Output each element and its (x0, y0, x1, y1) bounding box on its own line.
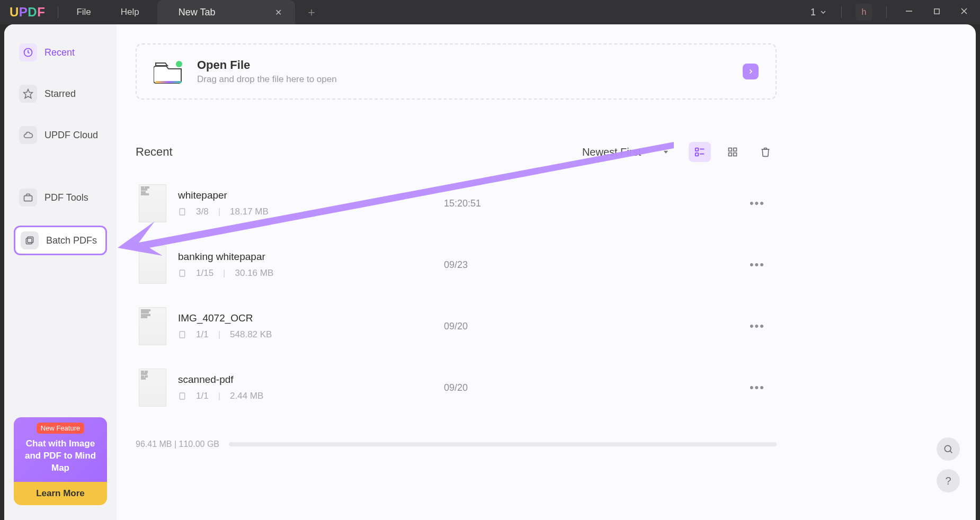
separator (841, 6, 842, 18)
pages-icon (178, 269, 186, 277)
file-size: 18.17 MB (230, 207, 269, 217)
chevron-right-icon (747, 68, 754, 75)
sidebar-item-pdftools[interactable]: PDF Tools (14, 184, 107, 211)
grid-view-icon (727, 147, 738, 157)
chevron-down-icon (819, 8, 827, 16)
folder-icon (154, 59, 183, 84)
toolbox-icon (19, 189, 37, 207)
svg-rect-22 (180, 331, 184, 338)
clock-icon (19, 43, 37, 61)
file-thumbnail: ▇▇ ▇▇▇▇▇▇▇▇▇▇▇▇▇▇▇ (139, 184, 166, 222)
promo-learn-more-button[interactable]: Learn More (14, 482, 107, 505)
svg-point-9 (176, 61, 182, 67)
file-size: 30.16 MB (235, 268, 274, 279)
open-file-card[interactable]: Open File Drag and drop the file here to… (136, 43, 777, 100)
file-time: 09/20 (444, 321, 729, 332)
menu-help[interactable]: Help (106, 7, 154, 17)
new-tab-button[interactable]: ＋ (302, 4, 320, 20)
float-help-button[interactable]: ? (937, 469, 960, 492)
recent-files-list: ▇▇ ▇▇▇▇▇▇▇▇▇▇▇▇▇▇▇ whitepaper 3/8 | 18.1… (136, 173, 777, 418)
dropdown-caret-icon (662, 148, 670, 156)
storage-bar: 96.41 MB | 110.00 GB (136, 440, 777, 449)
svg-line-25 (950, 451, 952, 453)
star-icon (19, 85, 37, 103)
pages-icon (178, 330, 186, 339)
file-name: IMG_4072_OCR (178, 312, 432, 324)
sidebar-item-label: Recent (44, 47, 75, 58)
file-thumbnail: ▇▇ ▇▇▇▇▇▇▇▇ ▇▇▇▇▇ (139, 369, 166, 407)
maximize-button[interactable] (928, 7, 945, 17)
file-time: 09/20 (444, 382, 729, 393)
close-tab-icon[interactable]: ✕ (273, 6, 284, 18)
sort-dropdown[interactable]: Newest First (574, 143, 678, 162)
sort-label: Newest First (582, 146, 641, 158)
grid-view-button[interactable] (721, 142, 744, 162)
pages-icon (178, 208, 186, 216)
file-time: 09/23 (444, 259, 729, 271)
open-file-title: Open File (197, 58, 337, 72)
storage-total: 110.00 GB (179, 440, 220, 449)
file-row[interactable]: ▇▇▇▇▇▇▇▇▇▇▇▇▇▇▇▇▇▇▇▇▇ IMG_4072_OCR 1/1 |… (136, 295, 777, 357)
file-pages: 1/1 (196, 329, 209, 340)
expand-button[interactable] (743, 64, 759, 79)
file-row[interactable]: banking whitepapar 1/15 | 30.16 MB 09/23… (136, 234, 777, 295)
list-view-button[interactable] (689, 142, 711, 162)
svg-marker-11 (664, 151, 668, 154)
separator (886, 6, 887, 18)
sidebar-item-label: UPDF Cloud (44, 130, 98, 141)
float-search-button[interactable] (937, 437, 960, 461)
svg-rect-8 (28, 237, 33, 243)
open-file-subtitle: Drag and drop the file here to open (197, 74, 337, 85)
file-thumbnail (139, 246, 166, 284)
promo-card: New Feature Chat with Image and PDF to M… (14, 417, 107, 505)
svg-rect-21 (180, 270, 184, 276)
file-name: scanned-pdf (178, 374, 432, 385)
sidebar-item-batchpdfs[interactable]: Batch PDFs (14, 226, 107, 255)
pages-icon (178, 392, 186, 400)
menu-file[interactable]: File (61, 7, 105, 17)
file-pages: 1/15 (196, 268, 213, 279)
window-count[interactable]: 1 (810, 7, 827, 18)
file-row[interactable]: ▇▇ ▇▇▇▇▇▇▇▇▇▇▇▇▇▇▇ whitepaper 3/8 | 18.1… (136, 173, 777, 234)
promo-text: Chat with Image and PDF to Mind Map (19, 438, 102, 474)
svg-rect-23 (180, 393, 184, 399)
minimize-button[interactable] (901, 7, 917, 17)
promo-badge: New Feature (37, 423, 84, 434)
file-more-button[interactable]: ••• (741, 319, 773, 333)
file-pages: 3/8 (196, 207, 209, 217)
sidebar-item-label: Starred (44, 88, 76, 100)
file-name: banking whitepapar (178, 251, 432, 263)
sidebar-item-label: PDF Tools (44, 192, 88, 203)
app-body: Recent Starred UPDF Cloud PDF Tools Batc… (4, 24, 976, 520)
user-avatar[interactable]: h (856, 4, 872, 21)
svg-rect-1 (934, 9, 939, 14)
storage-track (229, 442, 777, 446)
sidebar-item-starred[interactable]: Starred (14, 80, 107, 107)
svg-rect-16 (729, 148, 732, 151)
file-more-button[interactable]: ••• (741, 196, 773, 210)
svg-rect-12 (696, 148, 699, 151)
close-window-button[interactable] (956, 7, 973, 17)
search-icon (943, 444, 954, 454)
file-more-button[interactable]: ••• (741, 381, 773, 395)
separator (58, 6, 58, 18)
file-row[interactable]: ▇▇ ▇▇▇▇▇▇▇▇ ▇▇▇▇▇ scanned-pdf 1/1 | 2.44… (136, 357, 777, 418)
storage-used: 96.41 MB (136, 440, 172, 449)
tab-new[interactable]: New Tab ✕ (157, 0, 295, 24)
stack-icon (21, 231, 39, 249)
app-logo: UPDF (0, 5, 55, 20)
trash-button[interactable] (754, 142, 777, 162)
svg-rect-20 (180, 209, 184, 215)
file-pages: 1/1 (196, 391, 209, 401)
svg-rect-14 (696, 153, 699, 156)
file-size: 548.82 KB (230, 329, 272, 340)
svg-rect-10 (156, 81, 181, 83)
svg-rect-18 (729, 153, 732, 156)
tab-label: New Tab (179, 7, 216, 18)
recent-section-heading: Recent (136, 145, 173, 159)
file-name: whitepaper (178, 190, 432, 201)
sidebar-item-cloud[interactable]: UPDF Cloud (14, 122, 107, 148)
file-more-button[interactable]: ••• (741, 258, 773, 272)
sidebar-item-recent[interactable]: Recent (14, 39, 107, 66)
svg-rect-17 (734, 148, 737, 151)
